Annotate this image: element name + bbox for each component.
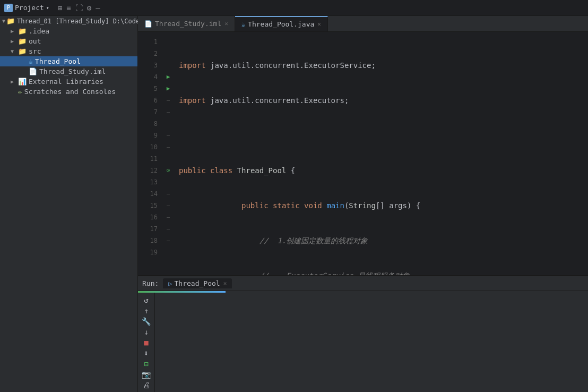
gutter-19 xyxy=(162,246,175,258)
settings-run-button[interactable]: 🔧 xyxy=(141,317,152,326)
expand-icon[interactable]: ⛶ xyxy=(75,4,83,12)
gutter-3 xyxy=(162,59,175,71)
fold-17[interactable]: – xyxy=(162,223,175,235)
line-num-12: 12 xyxy=(144,165,158,176)
scroll-down-button[interactable]: ↓ xyxy=(141,328,152,336)
line-num-18: 18 xyxy=(144,235,158,246)
stop-button[interactable]: ■ xyxy=(141,338,152,347)
fold-14[interactable]: – xyxy=(162,188,175,200)
brace-5: { xyxy=(416,200,420,211)
project-dropdown-arrow[interactable]: ▾ xyxy=(46,5,49,11)
tree-arrow: ▶ xyxy=(11,28,17,34)
code-line-1: import java.util.concurrent.ExecutorServ… xyxy=(175,59,588,71)
line-num-13: 13 xyxy=(144,176,158,188)
iml-file-icon: 📄 xyxy=(29,67,37,75)
tree-label: External Libraries xyxy=(29,78,103,86)
tree-item-thread-pool[interactable]: ☕ Thread_Pool xyxy=(0,56,137,66)
tree-label: Thread_01 [Thread_Study] D:\Code\ xyxy=(17,18,143,25)
tree-label: .idea xyxy=(29,27,49,35)
code-text: java.util.concurrent.Executors; xyxy=(210,95,349,106)
kw-import-1: import xyxy=(179,59,206,71)
project-icon: P xyxy=(4,4,13,12)
tree-arrow: ▼ xyxy=(11,48,17,54)
line-num-1: 1 xyxy=(144,36,158,48)
run-tab-icon: ▷ xyxy=(168,280,172,287)
kw-import-2: import xyxy=(179,95,206,106)
project-label: Project xyxy=(15,4,44,12)
out-folder-icon: 📁 xyxy=(18,37,27,45)
tab-java-icon: ☕ xyxy=(241,21,245,28)
editor-area: 📄 Thread_Study.iml ✕ ☕ Thread_Pool.java … xyxy=(138,16,588,392)
tree-item-idea[interactable]: ▶ 📁 .idea xyxy=(0,26,137,36)
punc-5b: ) xyxy=(407,200,411,211)
title-bar: P Project ▾ ⊞ ≡ ⛶ ⚙ — xyxy=(0,0,588,16)
run-output[interactable] xyxy=(155,293,588,392)
line-num-6: 6 xyxy=(144,95,158,106)
tree-item-external-libs[interactable]: ▶ 📊 External Libraries xyxy=(0,76,137,87)
kw-class-4: class xyxy=(210,165,232,176)
punc-5: ( xyxy=(344,200,349,211)
folder-icon: 📁 xyxy=(6,17,15,25)
tree-item-out[interactable]: ▶ 📁 out xyxy=(0,36,137,46)
line-num-5: 5 xyxy=(144,83,158,95)
code-line-4: public class Thread_Pool { xyxy=(175,165,588,176)
classname-4: Thread_Pool xyxy=(237,165,287,176)
gutter-2 xyxy=(162,48,175,59)
run-arrow-5[interactable]: ▶ xyxy=(162,83,175,95)
tab-iml-label: Thread_Study.iml xyxy=(155,20,221,28)
run-panel: Run: ▷ Thread_Pool ✕ ↺ ↑ 🔧 ↓ ■ xyxy=(138,275,588,392)
method-main: main xyxy=(326,200,344,211)
tabs-bar: 📄 Thread_Study.iml ✕ ☕ Thread_Pool.java … xyxy=(138,16,588,32)
kw-static-5: static xyxy=(273,200,300,211)
run-tab-close[interactable]: ✕ xyxy=(223,280,227,287)
line-num-14: 14 xyxy=(144,188,158,200)
tree-label: out xyxy=(29,37,41,45)
main-layout: ▼ 📁 Thread_01 [Thread_Study] D:\Code\ ▶ … xyxy=(0,16,588,392)
code-line-3 xyxy=(175,130,588,141)
fold-15[interactable]: – xyxy=(162,200,175,211)
tab-iml-close[interactable]: ✕ xyxy=(224,20,228,27)
tab-iml-icon: 📄 xyxy=(144,20,152,28)
run-toolbar: ↺ ↑ 🔧 ↓ ■ ⬇ ⊟ 📷 🖨 ↑ 🗑 xyxy=(138,293,155,392)
fold-18[interactable]: – xyxy=(162,235,175,246)
line-num-17: 17 xyxy=(144,223,158,235)
comment-6: // 1.创建固定数量的线程对象 xyxy=(260,235,368,246)
gutter-13 xyxy=(162,176,175,188)
fold-9[interactable]: – xyxy=(162,130,175,141)
rerun-button[interactable]: ↺ xyxy=(141,296,152,304)
code-line-5: public static void main(String[] args) { xyxy=(175,200,588,211)
run-green-button[interactable]: ⊟ xyxy=(141,360,152,368)
settings-icon[interactable]: ⚙ xyxy=(87,4,91,12)
tree-item-scratches[interactable]: ✏️ Scratches and Consoles xyxy=(0,87,137,97)
scroll-up-button[interactable]: ↑ xyxy=(141,306,152,315)
code-line-6: // 1.创建固定数量的线程对象 xyxy=(175,235,588,246)
run-tab[interactable]: ▷ Thread_Pool ✕ xyxy=(163,278,232,288)
layout-icon[interactable]: ⊞ xyxy=(58,4,62,12)
tree-item-src[interactable]: ▼ 📁 src xyxy=(0,46,137,56)
gutter-11 xyxy=(162,153,175,165)
kw-public-5: public xyxy=(241,200,269,211)
scroll-end-button[interactable]: ⬇ xyxy=(141,349,152,357)
run-panel-header: Run: ▷ Thread_Pool ✕ xyxy=(138,276,588,291)
line-num-9: 9 xyxy=(144,130,158,141)
run-arrow-4[interactable]: ▶ xyxy=(162,71,175,83)
fold-10[interactable]: – xyxy=(162,141,175,153)
kw-void-5: void xyxy=(304,200,322,211)
scratch-icon: ✏️ xyxy=(18,88,22,96)
fold-6[interactable]: – xyxy=(162,95,175,106)
minimize-icon[interactable]: — xyxy=(96,4,100,12)
tree-item-thread01[interactable]: ▼ 📁 Thread_01 [Thread_Study] D:\Code\ xyxy=(0,16,137,26)
print-button[interactable]: 🖨 xyxy=(141,381,152,389)
screenshot-button[interactable]: 📷 xyxy=(141,370,152,379)
line-num-11: 11 xyxy=(144,153,158,165)
punc-bracket: [] xyxy=(376,200,385,211)
tab-thread-pool-java[interactable]: ☕ Thread_Pool.java ✕ xyxy=(235,16,328,31)
code-line-2: import java.util.concurrent.Executors; xyxy=(175,95,588,106)
tab-java-close[interactable]: ✕ xyxy=(317,21,321,28)
sidebar: ▼ 📁 Thread_01 [Thread_Study] D:\Code\ ▶ … xyxy=(0,16,138,392)
list-icon[interactable]: ≡ xyxy=(66,4,71,12)
fold-16[interactable]: – xyxy=(162,211,175,223)
fold-7[interactable]: – xyxy=(162,106,175,118)
tree-item-thread-study-iml[interactable]: 📄 Thread_Study.iml xyxy=(0,66,137,76)
tab-thread-study-iml[interactable]: 📄 Thread_Study.iml ✕ xyxy=(138,16,235,31)
